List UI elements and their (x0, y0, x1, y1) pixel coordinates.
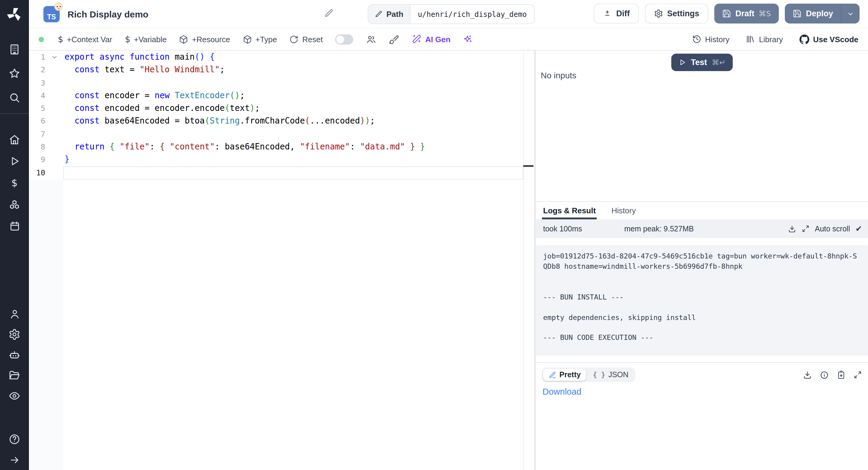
pretty-view-button[interactable]: Pretty (543, 369, 586, 381)
edit-summary-pencil-icon[interactable] (324, 8, 334, 18)
code-line[interactable]: const encoded = encoder.encode(text); (64, 102, 523, 115)
braces-icon: { } (593, 371, 606, 379)
refresh-icon (290, 35, 299, 44)
runs-play-icon[interactable] (0, 150, 29, 172)
resources-cubes-icon[interactable] (0, 194, 29, 215)
cursor-overview-marker (523, 165, 533, 167)
code-line[interactable] (64, 128, 523, 141)
code-line[interactable]: const text = "Hello Windmill"; (64, 64, 523, 76)
variables-dollar-icon[interactable]: $ (0, 172, 29, 194)
code-line[interactable] (64, 166, 523, 179)
run-statusbar: took 100ms mem peak: 9.527MB Auto scroll… (536, 219, 868, 238)
line-number: 3 (29, 76, 63, 89)
workers-robot-icon[interactable] (0, 345, 29, 366)
code-line[interactable] (64, 76, 523, 89)
line-number: 7 (29, 128, 63, 141)
expand-logs-icon[interactable] (801, 225, 809, 232)
code-lines[interactable]: export async function main() { const tex… (64, 51, 523, 179)
audit-eye-icon[interactable] (0, 386, 29, 406)
deploy-dropdown-button[interactable] (841, 4, 860, 24)
code-line[interactable]: const base64Encoded = btoa(String.fromCh… (64, 115, 523, 128)
expand-result-icon[interactable] (854, 371, 862, 379)
gear-icon[interactable] (0, 324, 29, 345)
code-line[interactable]: export async function main() { (64, 51, 523, 64)
main-area: TS Rich Display demo Path u/henri/rich_d… (29, 0, 868, 470)
draft-shortcut: ⌘S (758, 9, 771, 18)
help-icon[interactable] (0, 429, 29, 449)
plus-minus-icon (603, 9, 612, 18)
download-result-link[interactable]: Download (542, 387, 581, 397)
search-icon[interactable] (0, 86, 29, 110)
status-green-dot (38, 36, 44, 42)
schedules-calendar-icon[interactable] (0, 215, 29, 237)
expand-sidebar-arrow-icon[interactable] (0, 449, 29, 470)
result-section: Pretty { } JSON (536, 363, 868, 470)
editor-toolbar: $ +Context Var $ +Variable +Resource +Ty… (29, 28, 868, 51)
ai-sparkles-icon[interactable] (463, 34, 473, 44)
result-view-switch: Pretty { } JSON (542, 368, 635, 382)
mem-peak: mem peak: 9.527MB (624, 224, 694, 233)
user-icon[interactable] (0, 304, 29, 324)
clipboard-icon[interactable] (837, 371, 846, 380)
history-button[interactable]: History (692, 34, 730, 44)
settings-button[interactable]: Settings (645, 4, 709, 24)
draft-button[interactable]: Draft ⌘S (714, 4, 779, 24)
tab-history[interactable]: History (612, 202, 636, 219)
code-line[interactable]: const encoder = new TextEncoder(); (64, 89, 523, 102)
gear-icon (654, 9, 663, 18)
github-icon (799, 34, 809, 44)
path-value[interactable]: u/henri/rich_display_demo (410, 5, 534, 24)
home-icon[interactable] (0, 129, 29, 150)
add-type-button[interactable]: +Type (243, 35, 277, 44)
info-icon[interactable] (820, 371, 829, 380)
format-brush-icon[interactable] (389, 34, 399, 44)
sparkles-icon (463, 34, 473, 44)
windmill-logo[interactable] (0, 0, 29, 29)
tab-logs-result[interactable]: Logs & Result (543, 202, 596, 219)
add-resource-button[interactable]: +Resource (179, 35, 230, 44)
play-icon (678, 58, 686, 66)
collaborators-icon[interactable] (366, 34, 376, 44)
baby-emoji-badge (54, 2, 63, 10)
code-line[interactable]: return { "file": { "content": base64Enco… (64, 140, 523, 153)
library-icon (746, 34, 755, 44)
magic-wand-icon (412, 34, 422, 44)
windmill-script-editor: $ TS (0, 0, 868, 470)
package-icon (179, 35, 188, 44)
ai-gen-button[interactable]: AI Gen (412, 34, 451, 44)
code-line[interactable]: } (64, 153, 523, 166)
line-number: 4 (29, 89, 63, 102)
use-vscode-button[interactable]: Use VScode (799, 34, 858, 44)
line-number: 9 (29, 153, 63, 166)
add-context-var-button[interactable]: $ +Context Var (58, 34, 112, 44)
favorites-star-icon[interactable] (0, 61, 29, 86)
test-button[interactable]: Test ⌘↵ (671, 54, 733, 71)
brush-icon (389, 34, 399, 44)
json-view-button[interactable]: { } JSON (587, 369, 634, 381)
save-icon (722, 9, 731, 18)
run-panel: Test ⌘↵ No inputs Logs & Result History … (536, 51, 868, 470)
line-number: 6 (29, 115, 63, 128)
download-logs-icon[interactable] (787, 224, 796, 233)
download-result-icon[interactable] (803, 371, 812, 380)
line-number: 2 (29, 64, 63, 76)
left-sidebar: $ (0, 0, 29, 470)
deploy-button[interactable]: Deploy (785, 4, 841, 24)
autoscroll-label: Auto scroll (815, 224, 850, 233)
fold-chevron-icon[interactable] (51, 54, 58, 60)
dollar-icon: $ (125, 34, 130, 44)
pen-line-icon (549, 371, 556, 379)
folder-open-icon[interactable] (0, 365, 29, 386)
path-field[interactable]: Path u/henri/rich_display_demo (368, 4, 535, 24)
workspace-building-icon[interactable] (0, 37, 29, 61)
reset-button[interactable]: Reset (290, 35, 323, 44)
diff-mode-toggle[interactable] (336, 34, 353, 44)
autoscroll-checkbox[interactable]: ✔ (855, 224, 862, 233)
library-button[interactable]: Library (746, 34, 783, 44)
code-editor[interactable]: 12345678910 export async function main()… (29, 51, 534, 470)
typescript-file-badge: TS (43, 6, 60, 22)
test-shortcut: ⌘↵ (712, 58, 726, 67)
add-variable-button[interactable]: $ +Variable (125, 34, 167, 44)
deploy-button-group: Deploy (785, 4, 860, 24)
diff-button[interactable]: Diff (594, 4, 639, 24)
